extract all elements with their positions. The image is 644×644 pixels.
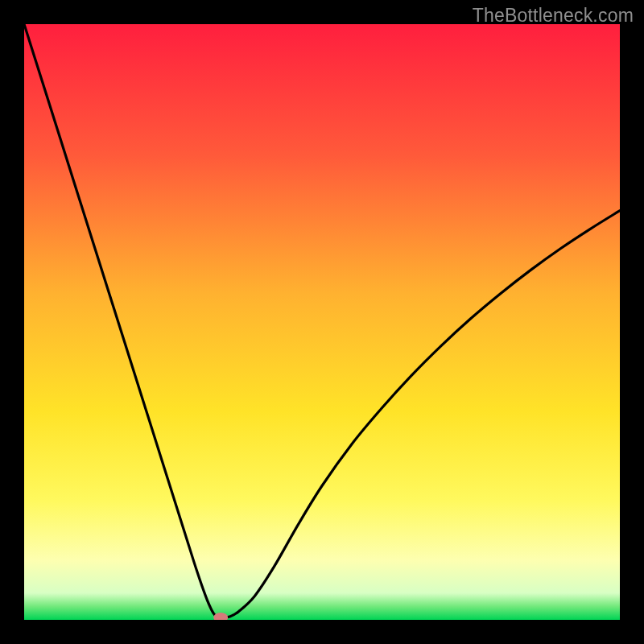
chart-area [24,24,620,620]
watermark-text: TheBottleneck.com [473,5,634,27]
gradient-background [24,24,620,620]
chart-svg [24,24,620,620]
